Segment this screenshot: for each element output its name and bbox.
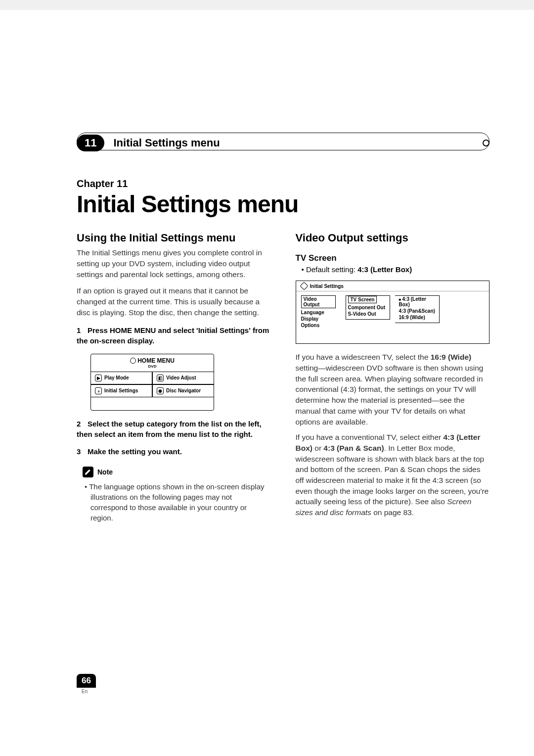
text-run: or (312, 444, 323, 452)
header-end-circle-icon (483, 140, 490, 146)
paragraph: If you have a widescreen TV, select the … (296, 352, 490, 427)
chapter-number-badge: 11 (77, 135, 104, 151)
settings-value-selected: 4:3 (Letter Box) (399, 296, 437, 308)
left-column: Using the Initial Settings menu The Init… (77, 232, 271, 523)
paragraph: If you have a conventional TV, select ei… (296, 432, 490, 518)
note-pencil-icon (83, 467, 93, 477)
paragraph: If an option is grayed out it means that… (77, 285, 271, 318)
settings-subitem: Component Out (348, 304, 388, 311)
section-heading-video-output: Video Output settings (296, 232, 490, 244)
settings-icon: ⬨ (95, 387, 102, 394)
text-run: setting—widescreen DVD software is then … (296, 364, 484, 425)
default-setting-line: • Default setting: 4:3 (Letter Box) (296, 265, 490, 274)
home-menu-title: HOME MENU (91, 354, 214, 364)
settings-box-title: Initial Settings (310, 284, 344, 289)
settings-box-header: Initial Settings (296, 281, 490, 291)
text-bold: 4:3 (Pan & Scan) (323, 444, 384, 452)
settings-subitem-column: TV Screen Component Out S-Video Out (341, 295, 390, 329)
home-menu-row: ▶Play Mode ◧Video Adjust (91, 372, 214, 384)
settings-value: 4:3 (Pan&Scan) (399, 308, 437, 314)
step-text: Make the setting you want. (88, 447, 182, 456)
initial-settings-diagram: Initial Settings Video Output Language D… (296, 281, 490, 344)
text-bold: 16:9 (Wide) (431, 353, 472, 361)
settings-item: Options (301, 322, 336, 329)
step-text: Press HOME MENU and select 'Initial Sett… (77, 326, 269, 345)
page-number-badge: 66 (77, 674, 96, 688)
chapter-label: Chapter 11 (77, 178, 490, 189)
settings-value: 16:9 (Wide) (399, 314, 437, 321)
page-content: Chapter 11 Initial Settings menu Using t… (44, 178, 490, 523)
manual-page: 11 Initial Settings menu Chapter 11 Init… (0, 10, 534, 756)
settings-box-body: Video Output Language Display Options TV… (296, 291, 490, 343)
home-menu-item-disc-navigator: ◉Disc Navigator (152, 384, 214, 397)
default-value: 4:3 (Letter Box) (357, 265, 412, 274)
section-heading-using: Using the Initial Settings menu (77, 232, 271, 244)
disc-nav-icon: ◉ (157, 387, 164, 394)
note-text: • The language options shown in the on-s… (77, 481, 271, 523)
disc-icon (130, 358, 136, 364)
step-number: 3 (77, 446, 88, 457)
settings-item-selected: Video Output (301, 295, 336, 308)
settings-gear-icon (300, 282, 308, 290)
text-run: If you have a widescreen TV, select the (296, 353, 431, 361)
two-column-layout: Using the Initial Settings menu The Init… (77, 232, 490, 523)
settings-subitem-selected: TV Screen (348, 296, 377, 303)
home-menu-title-text: HOME MENU (137, 357, 175, 364)
paragraph: The Initial Settings menu gives you comp… (77, 247, 271, 280)
chapter-header-bar: 11 Initial Settings menu (77, 135, 490, 151)
step-text: Select the setup category from the list … (77, 420, 262, 438)
video-adjust-icon: ◧ (157, 375, 164, 381)
settings-category-column: Video Output Language Display Options (296, 295, 341, 329)
settings-subitem: S-Video Out (348, 311, 388, 317)
home-menu-row: ⬨Initial Settings ◉Disc Navigator (91, 384, 214, 397)
text-run: If you have a conventional TV, select ei… (296, 433, 444, 441)
menu-item-label: Video Adjust (166, 375, 196, 380)
settings-value-column: 4:3 (Letter Box) 4:3 (Pan&Scan) 16:9 (Wi… (390, 295, 445, 329)
step-number: 2 (77, 419, 88, 429)
text-run: on page 83. (371, 508, 414, 517)
note-label: Note (97, 468, 113, 476)
step-2: 2Select the setup category from the list… (77, 419, 271, 439)
menu-item-label: Initial Settings (104, 388, 138, 393)
home-menu-diagram: HOME MENU DVD ▶Play Mode ◧Video Adjust ⬨… (90, 354, 214, 411)
page-title: Initial Settings menu (77, 190, 490, 218)
home-menu-item-video-adjust: ◧Video Adjust (152, 372, 214, 384)
menu-item-label: Play Mode (104, 375, 129, 380)
step-number: 1 (77, 325, 88, 335)
play-mode-icon: ▶ (95, 375, 102, 381)
settings-item: Language (301, 309, 336, 316)
default-prefix: • Default setting: (302, 265, 358, 274)
home-menu-subtitle: DVD (91, 364, 214, 372)
menu-item-label: Disc Navigator (166, 388, 201, 393)
language-code: En (82, 689, 88, 694)
home-menu-item-initial-settings: ⬨Initial Settings (91, 384, 152, 397)
text-run: . In Letter Box mode, widescreen softwar… (296, 444, 489, 506)
subsection-tv-screen: TV Screen (296, 253, 490, 263)
note-header: Note (83, 467, 271, 477)
home-menu-item-play-mode: ▶Play Mode (91, 372, 152, 384)
step-1: 1Press HOME MENU and select 'Initial Set… (77, 325, 271, 346)
header-title: Initial Settings menu (113, 137, 220, 149)
right-column: Video Output settings TV Screen • Defaul… (296, 232, 490, 523)
settings-item: Display (301, 316, 336, 322)
step-3: 3Make the setting you want. (77, 446, 271, 457)
